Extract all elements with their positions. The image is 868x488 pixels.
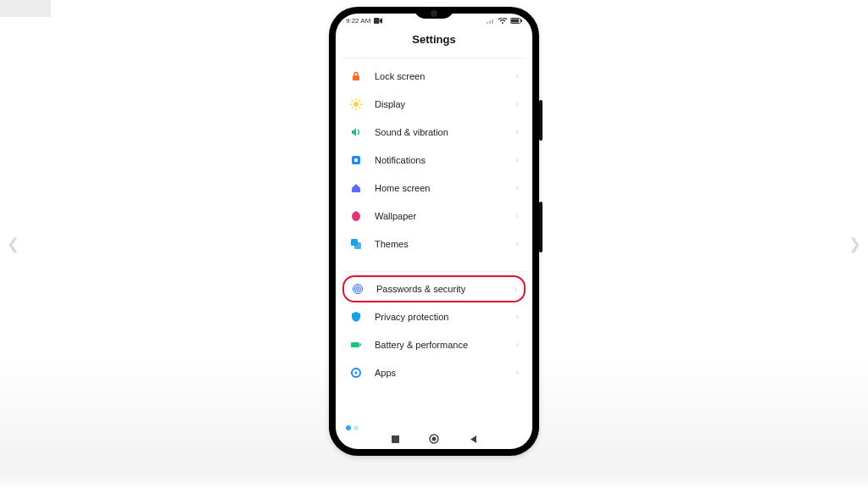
item-label: Lock screen [375,71,516,81]
bell-icon [349,153,363,167]
phone-screen: 9:22 AM Settings Lock screen › Display [336,14,532,449]
item-label: Display [375,99,516,109]
wifi-icon [498,18,507,24]
svg-point-24 [357,288,359,291]
chevron-right-icon: › [516,368,519,377]
battery-icon [349,338,363,352]
chevron-right-icon: › [516,211,519,220]
sound-icon [349,125,363,139]
themes-icon [349,237,363,251]
chevron-right-icon: › [516,71,519,80]
svg-rect-0 [374,18,380,24]
chevron-right-icon: › [516,239,519,248]
svg-rect-2 [489,21,491,25]
front-camera [431,10,437,17]
chevron-right-icon: › [516,312,519,321]
settings-group-2: Passwords & security › Privacy protectio… [342,271,526,390]
settings-item-display[interactable]: Display › [342,90,526,118]
item-label: Battery & performance [375,340,516,350]
settings-item-apps[interactable]: Apps › [342,358,526,386]
battery-icon [510,18,522,24]
item-label: Apps [375,368,516,378]
svg-line-14 [352,100,353,101]
volume-button [539,100,542,141]
svg-line-15 [359,107,360,108]
apps-icon [349,366,363,380]
lock-icon [349,69,363,83]
item-label: Passwords & security [376,284,515,294]
item-label: Privacy protection [375,312,516,322]
fingerprint-icon [351,282,364,296]
svg-point-9 [353,102,359,107]
svg-rect-8 [353,75,359,80]
video-icon [374,18,382,24]
chevron-right-icon: › [516,99,519,108]
item-label: Themes [375,239,516,249]
settings-item-themes[interactable]: Themes › [342,230,526,258]
settings-item-wallpaper[interactable]: Wallpaper › [342,202,526,230]
svg-point-4 [502,22,504,24]
nav-home-button[interactable] [429,434,439,444]
gallery-next-button[interactable]: ❯ [849,235,861,253]
shield-icon [349,310,363,324]
phone-frame: 9:22 AM Settings Lock screen › Display [329,7,539,456]
android-nav-bar [336,434,532,444]
svg-rect-1 [487,22,488,24]
settings-item-lock-screen[interactable]: Lock screen › [342,62,526,90]
svg-point-28 [355,371,358,374]
item-label: Home screen [375,183,516,193]
settings-group-1: Lock screen › Display › Sound & vibratio… [342,58,526,261]
settings-list: Lock screen › Display › Sound & vibratio… [336,58,532,390]
settings-item-notifications[interactable]: Notifications › [342,146,526,174]
settings-item-passwords-security[interactable]: Passwords & security › [342,275,526,302]
gallery-prev-button[interactable]: ❮ [7,235,19,253]
item-label: Notifications [375,155,516,165]
settings-item-home[interactable]: Home screen › [342,174,526,202]
svg-line-16 [359,100,360,101]
item-label: Sound & vibration [375,127,516,137]
settings-item-privacy[interactable]: Privacy protection › [342,302,526,330]
status-time: 9:22 AM [346,17,370,25]
nav-recents-button[interactable] [390,434,400,444]
chevron-right-icon: › [516,155,519,164]
home-icon [349,181,363,195]
svg-rect-19 [354,158,358,162]
svg-rect-21 [354,242,361,249]
svg-rect-26 [360,343,362,346]
settings-item-battery[interactable]: Battery & performance › [342,330,526,358]
svg-rect-7 [521,19,523,22]
chevron-right-icon: › [516,127,519,136]
svg-point-23 [355,286,361,292]
svg-rect-6 [511,19,519,23]
browser-chrome-fragment [0,0,51,17]
signal-icon [487,18,495,24]
nav-back-button[interactable] [468,434,478,444]
svg-point-31 [432,437,437,441]
chevron-right-icon: › [515,285,517,294]
settings-item-sound[interactable]: Sound & vibration › [342,118,526,146]
svg-rect-25 [351,342,359,347]
page-indicator [346,425,359,430]
chevron-right-icon: › [516,183,519,192]
svg-rect-3 [492,19,493,24]
svg-rect-29 [392,435,399,443]
chevron-right-icon: › [516,340,519,349]
sun-icon [349,97,363,111]
item-label: Wallpaper [375,211,516,221]
svg-line-17 [352,107,353,108]
power-button [539,202,542,252]
page-title: Settings [336,25,532,58]
wallpaper-icon [349,209,363,223]
